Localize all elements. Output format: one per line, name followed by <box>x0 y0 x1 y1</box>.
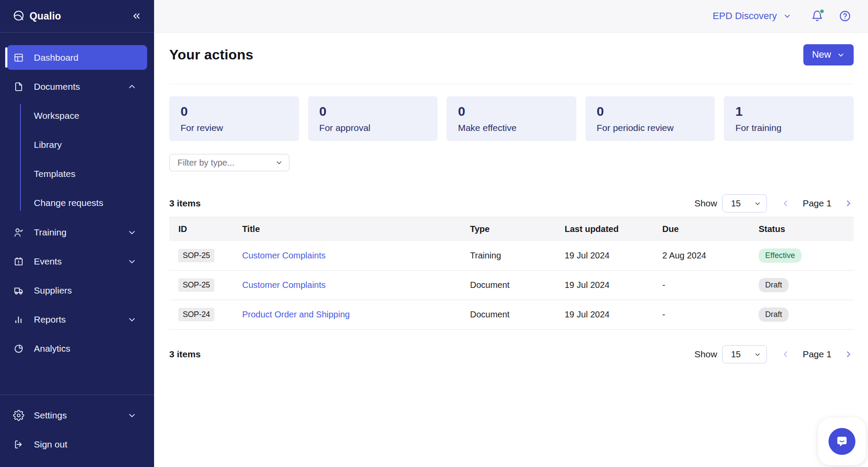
document-link[interactable]: Product Order and Shipping <box>242 310 350 319</box>
new-button[interactable]: New <box>803 44 854 65</box>
chevron-down-icon <box>127 315 137 324</box>
prev-page-button[interactable] <box>780 198 791 209</box>
document-id-badge: SOP-25 <box>178 278 214 292</box>
stat-card-make-effective: 0 Make effective <box>447 96 576 141</box>
calendar-alert-icon <box>13 256 24 267</box>
sidebar-item-suppliers[interactable]: Suppliers <box>7 278 147 303</box>
gear-icon <box>13 410 24 421</box>
page-title: Your actions <box>169 47 253 63</box>
bar-chart-icon <box>13 314 24 325</box>
sidebar-item-reports[interactable]: Reports <box>7 307 147 332</box>
sidebar-item-label: Reports <box>34 314 127 325</box>
chevron-left-icon <box>780 349 791 359</box>
sidebar-spacer <box>0 365 154 395</box>
page-indicator: Page 1 <box>802 198 832 209</box>
content: Your actions New 0 For review <box>154 33 868 467</box>
sidebar-item-sign-out[interactable]: Sign out <box>7 432 147 457</box>
question-circle-icon <box>838 10 852 23</box>
sidebar-item-analytics[interactable]: Analytics <box>7 336 147 361</box>
sidebar-item-label: Workspace <box>34 111 79 121</box>
last-updated-date: 19 Jul 2024 <box>565 241 662 271</box>
sidebar-item-label: Training <box>34 227 127 238</box>
chevron-down-icon <box>754 200 761 207</box>
next-page-button[interactable] <box>843 198 854 209</box>
main-area: EPD Discovery <box>154 0 868 467</box>
list-toolbar-top: 3 items Show 15 <box>169 194 854 212</box>
items-count: 3 items <box>169 349 201 359</box>
workspace-switcher[interactable]: EPD Discovery <box>713 10 792 22</box>
due-date: 2 Aug 2024 <box>662 241 759 271</box>
sidebar-footer: Settings Sign out <box>0 395 154 467</box>
stat-label: For approval <box>319 123 438 133</box>
sidebar-item-templates[interactable]: Templates <box>7 161 147 186</box>
chevron-down-icon <box>127 257 137 266</box>
page-head: Your actions New <box>169 44 854 65</box>
sidebar-header: Qualio <box>0 0 154 33</box>
chevron-up-icon <box>127 82 137 91</box>
stat-value: 0 <box>458 103 576 120</box>
sidebar-item-label: Library <box>34 140 62 150</box>
status-badge: Effective <box>759 248 802 263</box>
sidebar-item-label: Change requests <box>34 198 103 208</box>
qualio-logo-icon <box>12 10 25 23</box>
truck-icon <box>13 285 24 296</box>
document-type: Document <box>470 271 565 300</box>
stat-card-for-training: 1 For training <box>724 96 854 141</box>
notifications-button[interactable] <box>811 10 824 23</box>
help-button[interactable] <box>838 10 852 23</box>
items-count: 3 items <box>169 198 201 209</box>
chevron-down-icon <box>275 159 283 167</box>
new-button-label: New <box>812 49 831 60</box>
document-id-badge: SOP-24 <box>178 308 214 321</box>
actions-table: ID Title Type Last updated Due Status SO… <box>169 217 854 330</box>
sidebar-nav: Dashboard Documents Work <box>0 33 154 365</box>
prev-page-button[interactable] <box>780 349 791 359</box>
sidebar-item-label: Settings <box>34 410 127 421</box>
sidebar-item-training[interactable]: Training <box>7 220 147 245</box>
due-date: - <box>662 300 759 330</box>
sidebar-item-library[interactable]: Library <box>7 132 147 157</box>
table-row: SOP-25 Customer Complaints Document 19 J… <box>169 271 854 300</box>
collapse-sidebar-button[interactable] <box>130 10 143 23</box>
stat-label: Make effective <box>458 123 576 133</box>
last-updated-date: 19 Jul 2024 <box>565 271 662 300</box>
stat-label: For training <box>735 123 854 133</box>
stat-card-for-review: 0 For review <box>169 96 299 141</box>
document-link[interactable]: Customer Complaints <box>242 280 326 290</box>
chevron-down-icon <box>783 12 792 20</box>
chevron-right-icon <box>843 198 854 209</box>
table-row: SOP-24 Product Order and Shipping Docume… <box>169 300 854 330</box>
section-divider <box>169 84 854 84</box>
filter-by-type-select[interactable]: Filter by type... <box>169 154 289 171</box>
notification-dot <box>819 9 825 14</box>
column-header-id: ID <box>169 217 242 241</box>
table-row: SOP-25 Customer Complaints Training 19 J… <box>169 241 854 271</box>
last-updated-date: 19 Jul 2024 <box>565 300 662 330</box>
next-page-button[interactable] <box>843 349 854 359</box>
stat-value: 0 <box>181 103 299 120</box>
status-badge: Draft <box>759 278 789 292</box>
sidebar-item-settings[interactable]: Settings <box>7 403 147 428</box>
stat-value: 1 <box>735 103 854 120</box>
document-type: Training <box>470 241 565 271</box>
column-header-status: Status <box>759 217 854 241</box>
document-link[interactable]: Customer Complaints <box>242 251 326 260</box>
sidebar-item-dashboard[interactable]: Dashboard <box>7 45 147 70</box>
sidebar-item-label: Templates <box>34 169 76 179</box>
sidebar-item-events[interactable]: Events <box>7 249 147 274</box>
stat-value: 0 <box>319 103 438 120</box>
chevrons-left-icon <box>131 11 141 21</box>
chevron-down-icon <box>127 411 137 420</box>
sign-out-icon <box>13 439 24 450</box>
sidebar-item-documents[interactable]: Documents <box>7 74 147 99</box>
list-toolbar-bottom: 3 items Show 15 <box>169 345 854 363</box>
stat-cards: 0 For review 0 For approval 0 Make effec… <box>169 96 854 141</box>
sidebar-item-label: Documents <box>34 82 127 92</box>
page-size-select[interactable]: 15 <box>722 345 767 363</box>
document-id-badge: SOP-25 <box>178 249 214 262</box>
sidebar-item-change-requests[interactable]: Change requests <box>7 190 147 215</box>
column-header-due: Due <box>662 217 759 241</box>
page-size-select[interactable]: 15 <box>722 194 767 212</box>
chat-launcher-button[interactable] <box>818 418 866 465</box>
sidebar-item-workspace[interactable]: Workspace <box>7 103 147 128</box>
